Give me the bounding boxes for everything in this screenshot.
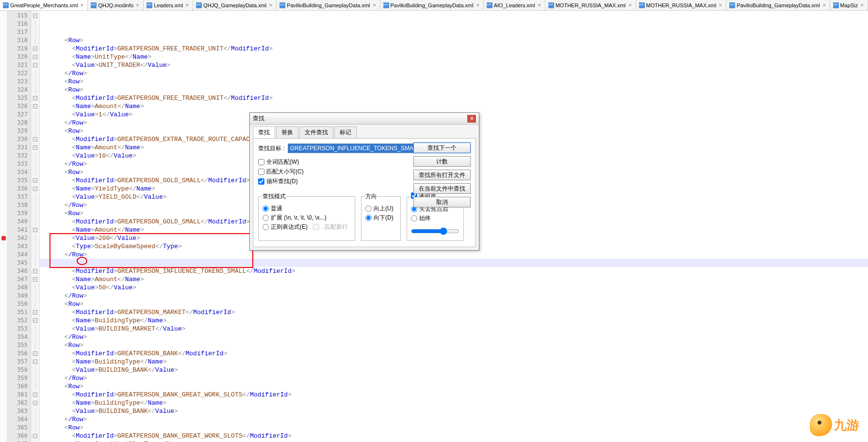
- file-tab[interactable]: MOTHER_RUSSIA_MAX.xml✕: [636, 0, 727, 10]
- close-icon[interactable]: ✕: [860, 3, 865, 8]
- fold-toggle-icon[interactable]: −: [33, 434, 37, 438]
- fold-toggle-icon[interactable]: −: [33, 145, 37, 150]
- bookmark-icon[interactable]: [1, 236, 6, 240]
- file-tab[interactable]: PavilioBuilding_GameplayData.xml✕: [380, 0, 484, 10]
- code-line[interactable]: <Row>: [42, 341, 868, 349]
- close-icon[interactable]: ✕: [80, 3, 84, 8]
- direction-legend: 方向: [365, 192, 377, 201]
- code-line[interactable]: <Value>BUILDING_MARKET</Value>: [42, 325, 868, 333]
- fold-toggle-icon[interactable]: −: [33, 393, 37, 397]
- fold-toggle-icon[interactable]: −: [33, 360, 37, 364]
- fold-toggle-icon[interactable]: −: [33, 137, 37, 142]
- mode-extended-radio[interactable]: 扩展 (\n, \r, \t, \0, \x...): [262, 214, 351, 222]
- code-line[interactable]: </Row>: [42, 251, 868, 259]
- fold-toggle-icon[interactable]: −: [33, 277, 37, 282]
- file-tab[interactable]: MOTHER_RUSSIA_MAX.xml✕: [545, 0, 636, 10]
- code-line[interactable]: <Name>Amount</Name>: [42, 102, 868, 110]
- code-line[interactable]: <Name>GreatWorkSlotType</Name>: [42, 440, 868, 442]
- code-line[interactable]: <Name>BuildingType</Name>: [42, 358, 868, 366]
- close-icon[interactable]: ✕: [372, 3, 377, 8]
- code-line[interactable]: <Value>BUILDING_BANK</Value>: [42, 407, 868, 415]
- code-line[interactable]: <ModifierId>GREATPERSON_INFLUENCE_TOKENS…: [42, 267, 868, 275]
- file-tab[interactable]: AIO_Leaders.xml✕: [484, 0, 545, 10]
- close-icon[interactable]: ✕: [628, 3, 633, 8]
- code-line[interactable]: </Row>: [42, 333, 868, 341]
- code-line[interactable]: <Name>UnitType</Name>: [42, 53, 868, 61]
- file-tab-label: GreatPeople_Merchants.xml: [10, 2, 78, 8]
- code-line[interactable]: <Row>: [42, 424, 868, 432]
- code-line[interactable]: </Row>: [42, 374, 868, 382]
- find-tab[interactable]: 查找: [253, 126, 275, 138]
- close-icon[interactable]: ✕: [822, 3, 827, 8]
- code-line[interactable]: <Name>BuildingType</Name>: [42, 399, 868, 407]
- file-tab[interactable]: QHJQ.modinfo✕: [88, 0, 144, 10]
- find-all-open-button[interactable]: 查找所有打开文件: [413, 170, 471, 180]
- code-line[interactable]: <ModifierId>GREATPERSON_FREE_TRADER_UNIT…: [42, 94, 868, 102]
- file-tab[interactable]: QHJQ_GameplayData.xml✕: [193, 0, 277, 10]
- code-line[interactable]: <ModifierId>GREATPERSON_MARKET</Modifier…: [42, 308, 868, 316]
- close-icon[interactable]: ✕: [475, 3, 480, 8]
- close-icon[interactable]: ✕: [135, 3, 140, 8]
- code-line[interactable]: <ModifierId>GREATPERSON_BANK_GREAT_WORK_…: [42, 391, 868, 399]
- find-in-current-button[interactable]: 在当前文件中查找: [413, 183, 471, 194]
- code-line[interactable]: [42, 259, 868, 267]
- file-tab-label: MOTHER_RUSSIA_MAX.xml: [646, 2, 717, 8]
- code-line[interactable]: <Name>BuildingType</Name>: [42, 316, 868, 325]
- code-line[interactable]: </Row>: [42, 292, 868, 300]
- code-line[interactable]: <ModifierId>GREATPERSON_FREE_TRADER_UNIT…: [42, 45, 868, 53]
- close-icon[interactable]: ✕: [718, 3, 723, 8]
- fold-toggle-icon[interactable]: −: [33, 178, 37, 183]
- code-line[interactable]: <Row>: [42, 382, 868, 391]
- code-line[interactable]: </Row>: [42, 415, 868, 424]
- fold-toggle-icon[interactable]: −: [33, 104, 37, 109]
- fold-toggle-icon[interactable]: −: [33, 351, 37, 356]
- fold-toggle-icon[interactable]: −: [33, 269, 37, 273]
- find-tab[interactable]: 文件查找: [299, 126, 333, 138]
- fold-toggle-icon[interactable]: −: [33, 96, 37, 100]
- close-icon[interactable]: ✕: [467, 115, 476, 123]
- code-line[interactable]: <Value>BUILDING_BANK</Value>: [42, 366, 868, 374]
- find-tab[interactable]: 替换: [276, 126, 298, 138]
- code-line[interactable]: <Row>: [42, 36, 868, 45]
- count-button[interactable]: 计数: [413, 156, 471, 167]
- find-tab[interactable]: 标记: [334, 126, 357, 138]
- code-line[interactable]: <Value>50</Value>: [42, 284, 868, 292]
- cancel-button[interactable]: 取消: [413, 197, 471, 207]
- file-tab[interactable]: Leaders.xml✕: [144, 0, 193, 10]
- trans-always-radio[interactable]: 始终: [411, 214, 459, 222]
- fold-toggle-icon[interactable]: −: [33, 47, 37, 51]
- code-line[interactable]: <Row>: [42, 78, 868, 86]
- fold-toggle-icon[interactable]: −: [33, 14, 37, 18]
- close-icon[interactable]: ✕: [185, 3, 190, 8]
- fold-toggle-icon[interactable]: −: [33, 318, 37, 323]
- mode-normal-radio[interactable]: 普通: [262, 205, 351, 213]
- file-tab[interactable]: PavilioBuilding_GameplayData.xml✕: [726, 0, 830, 10]
- find-next-button[interactable]: 查找下一个: [413, 142, 471, 153]
- close-icon[interactable]: ✕: [537, 3, 542, 8]
- file-tab[interactable]: PavilioBuilding_GameplayData.xml✕: [277, 0, 380, 10]
- fold-toggle-icon[interactable]: −: [33, 55, 37, 59]
- fold-toggle-icon[interactable]: −: [33, 228, 37, 232]
- code-line[interactable]: <ModifierId>GREATPERSON_BANK_GREAT_WORK_…: [42, 432, 868, 440]
- code-line[interactable]: <Value>UNIT_TRADER</Value>: [42, 61, 868, 69]
- fold-toggle-icon[interactable]: −: [33, 310, 37, 315]
- file-tab[interactable]: GreatPeople_Merchants.xml✕: [0, 0, 88, 10]
- file-tab-label: QHJQ_GameplayData.xml: [203, 2, 266, 8]
- code-line[interactable]: <Row>: [42, 300, 868, 308]
- code-line[interactable]: <ModifierId>GREATPERSON_BANK</ModifierId…: [42, 349, 868, 358]
- file-tab[interactable]: MapSiz✕: [830, 0, 868, 10]
- fold-toggle-icon[interactable]: −: [33, 187, 37, 191]
- code-line[interactable]: <Row>: [42, 86, 868, 94]
- code-line[interactable]: </Row>: [42, 69, 868, 78]
- search-mode-group: 查找模式 普通 扩展 (\n, \r, \t, \0, \x...) 正则表达式…: [258, 192, 355, 241]
- dir-up-radio[interactable]: 向上(U): [365, 205, 396, 213]
- search-mode-legend: 查找模式: [262, 192, 286, 201]
- close-icon[interactable]: ✕: [268, 3, 273, 8]
- mode-regex-radio[interactable]: 正则表达式(E) . 匹配新行: [262, 223, 351, 231]
- find-dialog-titlebar[interactable]: 查找 ✕: [250, 113, 479, 125]
- transparency-slider[interactable]: [411, 227, 459, 235]
- fold-toggle-icon[interactable]: −: [33, 63, 37, 67]
- dir-down-radio[interactable]: 向下(D): [365, 214, 396, 222]
- fold-toggle-icon[interactable]: −: [33, 401, 37, 405]
- code-line[interactable]: <Name>Amount</Name>: [42, 275, 868, 284]
